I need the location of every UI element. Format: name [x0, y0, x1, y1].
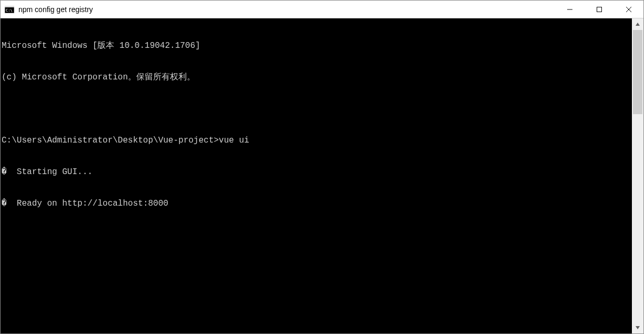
- close-button[interactable]: [614, 1, 643, 18]
- console-line: � Ready on http://localhost:8000: [2, 198, 631, 209]
- window-title: npm config get registry: [18, 5, 555, 14]
- console-wrapper: Microsoft Windows [版本 10.0.19042.1706] (…: [1, 18, 643, 333]
- window-controls: [555, 1, 643, 18]
- maximize-button[interactable]: [585, 1, 614, 18]
- console-output[interactable]: Microsoft Windows [版本 10.0.19042.1706] (…: [1, 18, 632, 333]
- console-line: [2, 104, 631, 114]
- scroll-track[interactable]: [632, 30, 643, 322]
- minimize-button[interactable]: [555, 1, 585, 18]
- scroll-up-button[interactable]: [632, 18, 643, 30]
- svg-marker-7: [636, 23, 640, 26]
- console-line: C:\Users\Administrator\Desktop\Vue-proje…: [2, 135, 631, 146]
- titlebar: C:\ npm config get registry: [1, 1, 643, 18]
- cmd-icon: C:\: [5, 5, 14, 14]
- scroll-down-button[interactable]: [632, 322, 643, 333]
- console-line: � Starting GUI...: [2, 167, 631, 177]
- svg-rect-1: [5, 6, 14, 7]
- svg-rect-4: [597, 7, 602, 12]
- console-line: Microsoft Windows [版本 10.0.19042.1706]: [2, 41, 631, 51]
- svg-text:C:\: C:\: [6, 8, 13, 13]
- scroll-thumb[interactable]: [633, 30, 642, 114]
- svg-marker-8: [636, 326, 640, 329]
- vertical-scrollbar[interactable]: [632, 18, 643, 333]
- console-line: (c) Microsoft Corporation。保留所有权利。: [2, 72, 631, 83]
